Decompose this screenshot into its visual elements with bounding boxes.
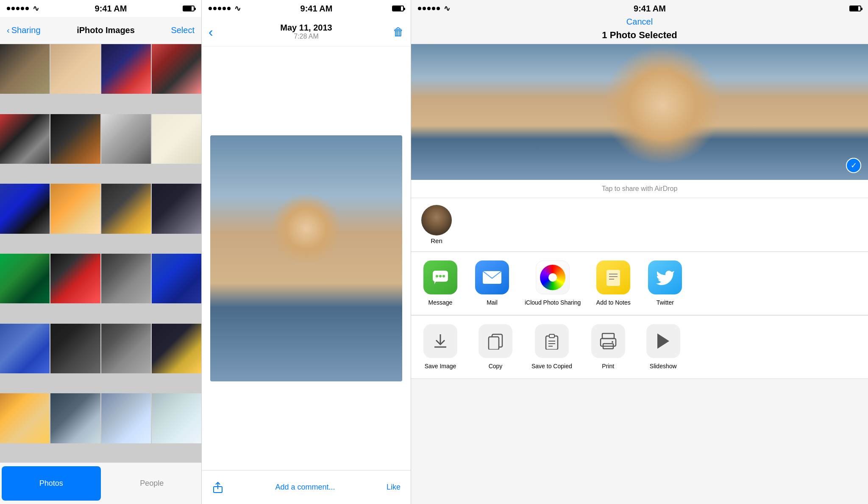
save-copied-icon xyxy=(535,324,569,358)
rainbow-inner xyxy=(548,273,557,282)
signal-dot xyxy=(218,7,221,10)
cancel-button[interactable]: Cancel xyxy=(626,17,653,27)
person-item[interactable]: Ren xyxy=(421,205,452,244)
grid-cell[interactable] xyxy=(101,114,151,164)
wifi-icon: ∿ xyxy=(444,4,450,13)
share-action-message[interactable]: Message xyxy=(421,260,459,306)
grid-cell[interactable] xyxy=(50,393,100,443)
trash-button[interactable]: 🗑 xyxy=(393,25,404,38)
share-action-icloud[interactable]: iCloud Photo Sharing xyxy=(525,260,581,306)
signal-dot xyxy=(427,7,431,10)
person-name: Ren xyxy=(431,237,442,244)
main-photo[interactable] xyxy=(210,135,402,381)
share-title: 1 Photo Selected xyxy=(602,30,677,41)
save-image-icon xyxy=(423,324,457,358)
action-slideshow[interactable]: Slideshow xyxy=(644,324,682,370)
svg-rect-15 xyxy=(489,337,499,350)
svg-point-4 xyxy=(436,275,438,277)
mail-label: Mail xyxy=(487,299,498,306)
grid-cell[interactable] xyxy=(152,184,201,233)
grid-cell[interactable] xyxy=(50,44,100,94)
tab-people-label: People xyxy=(140,479,164,488)
grid-cell[interactable] xyxy=(101,393,151,443)
mail-envelope-icon xyxy=(481,269,503,286)
back-button[interactable]: ‹ xyxy=(209,24,213,39)
grid-cell[interactable] xyxy=(152,393,201,443)
grid-cell[interactable] xyxy=(101,254,151,303)
grid-cell[interactable] xyxy=(0,393,50,443)
share-button[interactable] xyxy=(212,482,224,493)
grid-cell[interactable] xyxy=(152,254,201,303)
chevron-left-icon: ‹ xyxy=(7,25,10,35)
copy-pages-icon xyxy=(487,333,504,350)
panel-photo-detail: ∿ 9:41 AM ‹ May 11, 2013 7:28 AM 🗑 Add a… xyxy=(202,0,411,504)
grid-cell[interactable] xyxy=(152,324,201,373)
share-actions-row: Message Mail iCloud Photo Sharing xyxy=(411,252,868,315)
grid-cell[interactable] xyxy=(0,184,50,233)
grid-cell[interactable] xyxy=(0,324,50,373)
clipboard-icon xyxy=(543,333,560,350)
tab-photos[interactable]: Photos xyxy=(2,466,101,501)
grid-cell[interactable] xyxy=(152,114,201,164)
download-icon xyxy=(432,333,449,350)
photo-date-container: May 11, 2013 7:28 AM xyxy=(280,23,332,40)
svg-marker-25 xyxy=(657,333,669,349)
action-save-image[interactable]: Save Image xyxy=(421,324,459,370)
status-bar-2: ∿ 9:41 AM xyxy=(202,0,411,17)
message-bubble-icon xyxy=(431,268,450,287)
grid-cell[interactable] xyxy=(101,324,151,373)
copy-icon xyxy=(479,324,512,358)
slideshow-icon xyxy=(646,324,680,358)
photo-time: 7:28 AM xyxy=(280,33,332,40)
signal-dot xyxy=(21,7,24,10)
add-comment-button[interactable]: Add a comment... xyxy=(275,483,335,492)
grid-cell[interactable] xyxy=(152,44,201,94)
grid-cell[interactable] xyxy=(50,184,100,233)
grid-cell[interactable] xyxy=(101,44,151,94)
battery-icon xyxy=(183,6,195,11)
svg-point-5 xyxy=(439,275,442,277)
svg-point-6 xyxy=(442,275,445,277)
grid-cell[interactable] xyxy=(101,184,151,233)
signal-dot xyxy=(209,7,212,10)
grid-cell[interactable] xyxy=(0,254,50,303)
photo-detail-area[interactable] xyxy=(202,47,411,470)
like-button[interactable]: Like xyxy=(387,483,401,492)
photo-grid xyxy=(0,44,201,462)
printer-icon xyxy=(599,333,618,350)
share-action-twitter[interactable]: Twitter xyxy=(646,260,684,306)
twitter-label: Twitter xyxy=(657,299,674,306)
back-button[interactable]: ‹ Sharing xyxy=(7,25,41,35)
photo-image xyxy=(210,135,402,381)
tab-people[interactable]: People xyxy=(103,463,202,504)
mail-icon xyxy=(475,260,509,294)
grid-cell[interactable] xyxy=(50,114,100,164)
grid-cell[interactable] xyxy=(50,324,100,373)
signal-dot xyxy=(437,7,440,10)
actions-row2: Save Image Copy Save to Cop xyxy=(411,316,868,379)
svg-rect-17 xyxy=(549,334,554,338)
grid-cell[interactable] xyxy=(0,44,50,94)
grid-cell[interactable] xyxy=(0,114,50,164)
status-time: 9:41 AM xyxy=(634,4,666,14)
grid-cell[interactable] xyxy=(50,254,100,303)
action-save-copied[interactable]: Save to Copied xyxy=(531,324,572,370)
share-action-mail[interactable]: Mail xyxy=(473,260,511,306)
wifi-icon: ∿ xyxy=(234,4,241,13)
panel-photo-library: ∿ 9:41 AM ‹ Sharing iPhoto Images Select xyxy=(0,0,202,504)
action-print[interactable]: Print xyxy=(589,324,627,370)
notes-label: Add to Notes xyxy=(596,299,631,306)
share-action-notes[interactable]: Add to Notes xyxy=(594,260,632,306)
panel-share-sheet: ∿ 9:41 AM Cancel 1 Photo Selected ✓ Tap … xyxy=(411,0,868,504)
selected-photo-area: ✓ xyxy=(411,44,868,180)
signal-dot xyxy=(7,7,10,10)
share-icon xyxy=(212,482,224,493)
svg-point-24 xyxy=(612,341,613,343)
twitter-bird-icon xyxy=(655,269,675,286)
action-copy[interactable]: Copy xyxy=(476,324,515,370)
signal-indicator: ∿ xyxy=(7,4,39,13)
status-time: 9:41 AM xyxy=(95,4,127,14)
icloud-label: iCloud Photo Sharing xyxy=(525,299,581,306)
select-button[interactable]: Select xyxy=(171,25,195,35)
battery-icon xyxy=(849,6,861,11)
